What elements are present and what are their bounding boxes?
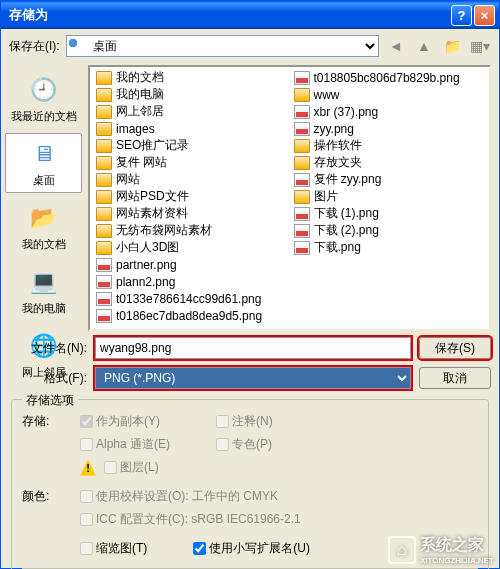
viewmenu-icon[interactable]: ▦▾ bbox=[469, 35, 491, 57]
warning-icon bbox=[80, 460, 96, 476]
file-item[interactable]: 小白人3D图 bbox=[92, 239, 290, 256]
recent-icon: 🕘 bbox=[28, 74, 60, 106]
format-label: 格式(F): bbox=[9, 370, 87, 387]
savein-dropdown[interactable]: 桌面 bbox=[66, 35, 379, 57]
folder-icon bbox=[96, 71, 112, 85]
titlebar: 存储为 ? × bbox=[1, 1, 499, 29]
folder-icon bbox=[96, 207, 112, 221]
file-item[interactable]: images bbox=[92, 120, 290, 137]
folder-icon bbox=[96, 241, 112, 255]
format-dropdown[interactable]: PNG (*.PNG) bbox=[95, 367, 411, 389]
file-item[interactable]: 复件 zyy.png bbox=[290, 171, 488, 188]
opt-lowerext[interactable]: 使用小写扩展名(U) bbox=[193, 540, 310, 557]
storage-legend: 存储选项 bbox=[22, 392, 78, 409]
folder-icon bbox=[96, 173, 112, 187]
color-label: 颜色: bbox=[22, 488, 72, 505]
folder-icon bbox=[96, 88, 112, 102]
folder-icon bbox=[96, 190, 112, 204]
opt-thumb: 缩览图(T) bbox=[80, 540, 147, 557]
file-item[interactable]: 网上邻居 bbox=[92, 103, 290, 120]
save-button[interactable]: 保存(S) bbox=[419, 337, 491, 359]
places-sidebar: 🕘 我最近的文档 🖥 桌面 📂 我的文档 💻 我的电脑 🌐 网上邻居 bbox=[1, 63, 86, 333]
file-item[interactable]: xbr (37).png bbox=[290, 103, 488, 120]
file-item[interactable]: zyy.png bbox=[290, 120, 488, 137]
folder-icon bbox=[294, 88, 310, 102]
savein-label: 保存在(I): bbox=[9, 38, 60, 55]
help-button[interactable]: ? bbox=[451, 5, 472, 26]
opt-proof: 使用校样设置(O): 工作中的 CMYK bbox=[80, 488, 278, 505]
place-mycomputer[interactable]: 💻 我的电脑 bbox=[5, 261, 82, 321]
file-item[interactable]: 下载 (1).png bbox=[290, 205, 488, 222]
file-item[interactable]: 下载.png bbox=[290, 239, 488, 256]
place-desktop[interactable]: 🖥 桌面 bbox=[5, 133, 82, 193]
file-item[interactable]: 网站PSD文件 bbox=[92, 188, 290, 205]
newfolder-icon[interactable]: 📁 bbox=[441, 35, 463, 57]
place-recent[interactable]: 🕘 我最近的文档 bbox=[5, 69, 82, 129]
folder-icon bbox=[96, 122, 112, 136]
place-mydocs[interactable]: 📂 我的文档 bbox=[5, 197, 82, 257]
file-item[interactable]: 无纺布袋网站素材 bbox=[92, 222, 290, 239]
png-icon bbox=[294, 224, 310, 238]
png-icon bbox=[294, 241, 310, 255]
opt-icc: ICC 配置文件(C): sRGB IEC61966-2.1 bbox=[80, 511, 301, 528]
file-item[interactable]: plann2.png bbox=[92, 273, 290, 290]
file-item[interactable]: 我的电脑 bbox=[92, 86, 290, 103]
png-icon bbox=[96, 258, 112, 272]
png-icon bbox=[96, 275, 112, 289]
file-item[interactable]: www bbox=[290, 86, 488, 103]
folder-icon bbox=[294, 139, 310, 153]
folder-icon bbox=[96, 105, 112, 119]
png-icon bbox=[294, 122, 310, 136]
opt-alpha: Alpha 通道(E) bbox=[80, 436, 170, 453]
file-item[interactable]: 下载 (2).png bbox=[290, 222, 488, 239]
png-icon bbox=[294, 173, 310, 187]
png-icon bbox=[294, 71, 310, 85]
folder-icon bbox=[294, 156, 310, 170]
png-icon bbox=[96, 309, 112, 323]
opt-note: 注释(N) bbox=[216, 413, 273, 430]
dialog-title: 存储为 bbox=[9, 6, 449, 24]
file-list[interactable]: 我的文档我的电脑网上邻居imagesSEO推广记录复件 网站网站网站PSD文件网… bbox=[88, 65, 491, 331]
png-icon bbox=[294, 105, 310, 119]
mydocs-icon: 📂 bbox=[28, 202, 60, 234]
folder-icon bbox=[294, 190, 310, 204]
file-item[interactable]: partner.png bbox=[92, 256, 290, 273]
filename-label: 文件名(N): bbox=[9, 340, 87, 357]
opt-layer: 图层(L) bbox=[104, 459, 159, 476]
folder-icon bbox=[96, 139, 112, 153]
up-icon[interactable]: ▲ bbox=[413, 35, 435, 57]
file-item[interactable]: t0186ec7dbad8dea9d5.png bbox=[92, 307, 290, 324]
png-icon bbox=[96, 292, 112, 306]
file-item[interactable]: 复件 网站 bbox=[92, 154, 290, 171]
close-button[interactable]: × bbox=[474, 5, 495, 26]
file-item[interactable]: 网站 bbox=[92, 171, 290, 188]
png-icon bbox=[294, 207, 310, 221]
file-item[interactable]: 图片 bbox=[290, 188, 488, 205]
cancel-button[interactable]: 取消 bbox=[419, 367, 491, 389]
filename-input[interactable] bbox=[95, 337, 411, 359]
file-item[interactable]: 存放文夹 bbox=[290, 154, 488, 171]
storage-options-group: 存储选项 存储: 作为副本(Y) 注释(N) Alpha 通道(E) 专色(P)… bbox=[11, 399, 489, 569]
back-icon[interactable]: ◄ bbox=[385, 35, 407, 57]
file-item[interactable]: 我的文档 bbox=[92, 69, 290, 86]
storage-label: 存储: bbox=[22, 413, 72, 430]
file-item[interactable]: t0133e786614cc99d61.png bbox=[92, 290, 290, 307]
computer-icon: 💻 bbox=[28, 266, 60, 298]
file-item[interactable]: 操作软件 bbox=[290, 137, 488, 154]
file-item[interactable]: t018805bc806d7b829b.png bbox=[290, 69, 488, 86]
folder-icon bbox=[96, 224, 112, 238]
opt-copy: 作为副本(Y) bbox=[80, 413, 160, 430]
file-item[interactable]: 网站素材资料 bbox=[92, 205, 290, 222]
folder-icon bbox=[96, 156, 112, 170]
desktop-icon: 🖥 bbox=[28, 138, 60, 170]
file-item[interactable]: SEO推广记录 bbox=[92, 137, 290, 154]
opt-spot: 专色(P) bbox=[216, 436, 272, 453]
